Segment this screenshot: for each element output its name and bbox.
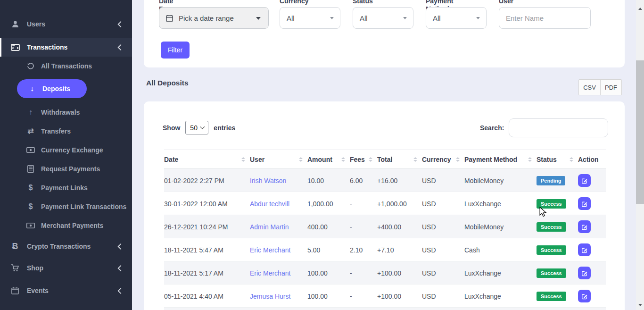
sidebar-item-withdrawals[interactable]: ↑ Withdrawals	[0, 103, 132, 122]
edit-action-button[interactable]	[578, 197, 591, 210]
filter-card: Date Range Pick a date range Currency Al…	[144, 0, 625, 67]
sidebar-item-label: Merchant Payments	[41, 222, 103, 229]
column-header-currency[interactable]: Currency	[422, 150, 464, 169]
csv-export-button[interactable]: CSV	[579, 80, 600, 95]
cell-fees: -	[350, 261, 377, 285]
entries-label: entries	[214, 124, 235, 132]
date-range-picker[interactable]: Pick a date range	[159, 7, 269, 29]
chevron-left-icon	[117, 44, 122, 50]
cell-amount: 400.00	[307, 215, 350, 238]
sidebar-item-payment-links[interactable]: $ Payment Links	[0, 178, 132, 197]
cell-fees: 6.00	[350, 169, 377, 192]
sidebar-item-request-payments[interactable]: Request Payments	[0, 159, 132, 178]
status-badge: Success	[537, 245, 566, 255]
sidebar-item-crypto-transactions[interactable]: Ƀ Crypto Transactions	[0, 235, 132, 257]
sidebar-item-all-transactions[interactable]: All Transactions	[0, 57, 132, 75]
column-header-user[interactable]: User	[250, 150, 307, 169]
sort-icon	[528, 157, 532, 162]
user-link[interactable]: Eric Merchant	[250, 246, 290, 254]
table-row: 30-01-2022 12:00 AM Abdur techvill 1,000…	[164, 192, 606, 215]
table-row: 01-02-2022 2:27 PM Irish Watson 10.00 6.…	[164, 169, 606, 192]
user-name-input[interactable]	[499, 7, 591, 29]
status-select[interactable]: All	[353, 7, 413, 29]
scroll-down-arrow-icon[interactable]	[636, 301, 644, 309]
scroll-up-arrow-icon[interactable]	[636, 5, 644, 13]
pencil-square-icon	[581, 247, 588, 253]
sidebar-item-users[interactable]: Users	[0, 13, 132, 35]
status-badge: Pending	[537, 176, 565, 185]
cell-total: +7.10	[377, 238, 422, 261]
edit-action-button[interactable]	[578, 174, 591, 187]
transactions-window-icon	[10, 44, 20, 51]
currency-select[interactable]: All	[280, 7, 340, 29]
column-header-action: Action	[578, 150, 606, 169]
cell-date: 18-11-2021 5:17 AM	[164, 261, 250, 285]
sidebar-item-shop[interactable]: Shop	[0, 257, 132, 279]
sidebar-item-deposits[interactable]: ↓ Deposits	[17, 79, 87, 98]
edit-action-button[interactable]	[578, 220, 591, 233]
sidebar-item-label: Withdrawals	[41, 109, 80, 116]
bitcoin-icon: Ƀ	[10, 242, 20, 251]
sidebar-item-transactions[interactable]: Transactions	[0, 38, 132, 57]
search-label: Search:	[480, 124, 504, 132]
column-header-date[interactable]: Date	[164, 150, 250, 169]
pencil-square-icon	[581, 270, 588, 276]
sidebar-item-payment-link-transactions[interactable]: $ Payment Link Transactions	[0, 197, 132, 216]
chevron-down-icon	[403, 17, 407, 19]
status-badge: Success	[537, 199, 566, 209]
sidebar-item-currency-exchange[interactable]: Currency Exchange	[0, 141, 132, 159]
edit-action-button[interactable]	[578, 243, 591, 256]
cell-payment-method: MobileMoney	[464, 215, 537, 238]
sidebar-item-referral-awards[interactable]: Referral Awards	[0, 302, 132, 310]
sort-icon	[456, 157, 460, 162]
sidebar-item-label: Request Payments	[41, 165, 100, 173]
column-header-status[interactable]: Status	[537, 150, 578, 169]
sort-icon	[413, 157, 417, 162]
cell-amount: 1,000.00	[307, 192, 350, 215]
filter-button[interactable]: Filter	[161, 42, 190, 59]
column-header-payment-method[interactable]: Payment Method	[464, 150, 537, 169]
search-input[interactable]	[509, 118, 608, 137]
sidebar-item-merchant-payments[interactable]: Merchant Payments	[0, 216, 132, 235]
cell-currency: USD	[422, 285, 464, 308]
cell-date: 30-01-2022 12:00 AM	[164, 192, 250, 215]
sidebar-item-label: All Transactions	[41, 62, 92, 70]
entries-length-select[interactable]: 50	[185, 121, 208, 134]
vertical-scrollbar[interactable]	[636, 0, 644, 310]
sidebar-item-dashboard[interactable]: Dashboard	[0, 0, 132, 5]
cell-total: +16.00	[377, 169, 422, 192]
user-link[interactable]: Admin Martin	[250, 223, 289, 231]
payment-method-select[interactable]: All	[426, 7, 487, 29]
currency-select-value: All	[287, 14, 295, 22]
column-header-total[interactable]: Total	[377, 150, 422, 169]
pencil-square-icon	[581, 201, 588, 207]
deposits-table-card: Show 50 entries Search: Date User Amount	[144, 101, 625, 310]
pencil-square-icon	[581, 224, 588, 230]
user-link[interactable]: Irish Watson	[250, 177, 286, 184]
main-content: Date Range Pick a date range Currency Al…	[132, 0, 636, 310]
sidebar: Dashboard Users Transactions All Transac…	[0, 0, 132, 310]
user-link[interactable]: Eric Merchant	[250, 269, 290, 277]
sidebar-item-transfers[interactable]: ⇄ Transfers	[0, 122, 132, 141]
column-header-amount[interactable]: Amount	[307, 150, 350, 169]
sort-icon	[570, 157, 573, 162]
sidebar-item-label: Transactions	[27, 43, 67, 51]
history-icon	[26, 62, 35, 70]
column-header-fees[interactable]: Fees	[350, 150, 377, 169]
edit-action-button[interactable]	[578, 290, 591, 302]
user-link[interactable]: Jemusa Hurst	[250, 293, 290, 300]
scrollbar-thumb[interactable]	[636, 60, 644, 204]
cell-amount: 100.00	[307, 261, 350, 285]
chevron-down-icon	[476, 17, 480, 19]
cell-payment-method: LuxXchange	[464, 285, 537, 308]
edit-action-button[interactable]	[578, 267, 591, 279]
pdf-export-button[interactable]: PDF	[600, 80, 621, 95]
deposits-rows: 01-02-2022 2:27 PM Irish Watson 10.00 6.…	[164, 169, 606, 310]
status-badge: Success	[537, 292, 566, 301]
cell-fees: -	[350, 215, 377, 238]
sidebar-item-label: Crypto Transactions	[27, 243, 91, 250]
sidebar-item-label: Currency Exchange	[41, 146, 103, 154]
sidebar-item-events[interactable]: Events	[0, 280, 132, 302]
user-link[interactable]: Abdur techvill	[250, 200, 289, 208]
cell-total: +100.00	[377, 308, 422, 310]
